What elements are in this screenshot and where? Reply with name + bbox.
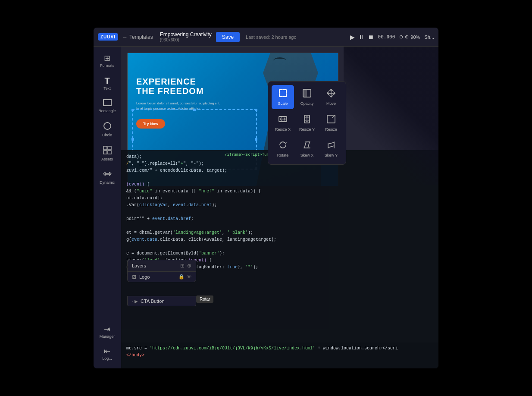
formats-label: Formats <box>100 63 114 68</box>
code-line-12: et = dhtml.getVar('landingPageTarget', '… <box>126 229 433 236</box>
svg-rect-3 <box>108 146 111 150</box>
pause-button[interactable]: ⏸ <box>358 34 364 41</box>
opacity-icon <box>302 88 312 100</box>
rectangle-icon <box>103 99 112 107</box>
sidebar-item-logout[interactable]: ⇤ Log... <box>95 344 119 364</box>
left-sidebar: ⊞ Formats T Text Rectangle Circle <box>94 47 121 368</box>
opacity-label: Opacity <box>300 101 314 106</box>
resize-x-icon <box>278 114 288 126</box>
assets-label: Assets <box>101 157 113 161</box>
rotate-icon <box>278 140 288 152</box>
layer-visibility-icon[interactable]: 👁 <box>187 274 191 280</box>
transform-move-button[interactable]: Move <box>320 85 342 109</box>
manager-label: Manager <box>100 334 115 339</box>
cta-layer-row[interactable]: - ▶ CTA Button <box>127 296 196 306</box>
layers-options-icon[interactable]: ⊕ <box>187 263 191 269</box>
sidebar-bottom: ⇥ Manager ⇤ Log... <box>95 322 119 364</box>
transform-resize-x-button[interactable]: Resize X <box>272 111 294 135</box>
rectangle-label: Rectangle <box>98 109 116 113</box>
svg-point-1 <box>104 123 111 129</box>
sidebar-item-manager[interactable]: ⇥ Manager <box>95 322 119 342</box>
bottom-code-line-body: </body> <box>126 352 433 359</box>
resize-label: Resize <box>325 127 337 132</box>
svg-rect-0 <box>103 100 111 106</box>
cta-layer-name: CTA Button <box>141 299 164 304</box>
code-line-5: (event) { <box>126 181 433 188</box>
resize-x-label: Resize X <box>275 127 291 132</box>
assets-icon <box>103 146 112 156</box>
bottom-code-area: me.src = 'https://cdn.zuuvi.com/iBjq/0J1… <box>121 343 438 368</box>
sidebar-item-dynamic[interactable]: Dynamic <box>95 167 119 188</box>
dynamic-icon <box>103 170 112 179</box>
sidebar-item-formats[interactable]: ⊞ Formats <box>95 51 119 71</box>
transform-popup: Scale Opacity Move <box>268 81 346 165</box>
sidebar-item-assets[interactable]: Assets <box>95 142 119 165</box>
layers-panel: Layers ⊞ ⊕ 🖼 Logo 🔒 👁 <box>127 260 196 282</box>
transform-opacity-button[interactable]: Opacity <box>296 85 318 109</box>
layers-add-icon[interactable]: ⊞ <box>180 263 185 269</box>
code-line-10: pdir='" + event.data.href; <box>126 216 433 223</box>
sidebar-item-circle[interactable]: Circle <box>95 118 119 141</box>
logout-label: Log... <box>102 356 112 361</box>
formats-icon: ⊞ <box>104 54 110 62</box>
circle-label: Circle <box>102 133 112 137</box>
transform-skew-x-button[interactable]: Skew X <box>296 137 318 161</box>
layers-title: Layers <box>132 263 146 268</box>
zoom-in-button[interactable]: ⊕ <box>405 34 409 40</box>
svg-rect-7 <box>303 89 307 97</box>
code-line-13: g(event.data.clickData, clickTAGvalue, l… <box>126 236 433 243</box>
layer-lock-icon[interactable]: 🔒 <box>178 274 185 280</box>
skew-x-icon <box>302 140 312 152</box>
layers-header: Layers ⊞ ⊕ <box>128 260 196 272</box>
banner-headline-line2: THE FREEDOM <box>136 86 220 96</box>
sidebar-item-rectangle[interactable]: Rectangle <box>95 96 119 116</box>
top-bar: ZUUVI ← Templates Empowering Creativity … <box>94 28 438 47</box>
banner-headline-line1: EXPERIENCE <box>136 77 220 86</box>
save-button[interactable]: Save <box>216 32 240 42</box>
transform-scale-button[interactable]: Scale <box>272 85 294 109</box>
circle-icon <box>103 122 112 132</box>
zoom-level: 90% <box>410 35 420 40</box>
sidebar-item-text[interactable]: T Text <box>95 73 119 94</box>
back-label: Templates <box>129 34 153 40</box>
dynamic-label: Dynamic <box>100 180 115 185</box>
layer-item-logo[interactable]: 🖼 Logo 🔒 👁 <box>128 272 196 282</box>
transform-resize-button[interactable]: Resize <box>320 111 342 135</box>
transform-resize-y-button[interactable]: Resize Y <box>296 111 318 135</box>
transform-skew-y-button[interactable]: Skew Y <box>320 137 342 161</box>
text-label: Text <box>103 86 111 91</box>
rotate-label: Rotate <box>277 153 289 157</box>
project-title-area: Empowering Creativity (930x600) <box>160 31 212 42</box>
logo: ZUUVI <box>98 33 118 41</box>
layers-header-icons: ⊞ ⊕ <box>180 263 191 269</box>
skew-x-label: Skew X <box>300 153 314 157</box>
text-icon: T <box>104 76 110 85</box>
code-line-7: nt.data.uuid]; <box>126 195 433 202</box>
code-line-4 <box>126 174 433 181</box>
code-line-11 <box>126 223 433 229</box>
project-name: Empowering Creativity <box>160 31 212 38</box>
code-line-6: && ("uuid" in event.data || "href" in ev… <box>126 188 433 195</box>
skew-y-icon <box>326 140 336 152</box>
code-line-8: .Var(clicktagVar, event.data.href); <box>126 202 433 209</box>
zoom-controls: ⊖ ⊕ 90% <box>399 34 420 40</box>
move-label: Move <box>326 101 336 106</box>
manager-icon: ⇥ <box>104 325 110 333</box>
play-button[interactable]: ▶ <box>350 34 355 41</box>
bottom-code-line-url: me.src = 'https://cdn.zuuvi.com/iBjq/0J1… <box>126 345 433 352</box>
canvas-area[interactable]: EXPERIENCE THE FREEDOM Lorem ipsum dolor… <box>121 47 438 368</box>
last-saved-text: Last saved: 2 hours ago <box>246 35 296 40</box>
code-line-14 <box>126 243 433 250</box>
zoom-out-button[interactable]: ⊖ <box>399 34 403 40</box>
stop-button[interactable]: ⏹ <box>368 34 374 41</box>
back-button[interactable]: ← Templates <box>122 34 153 40</box>
banner-cta-button[interactable]: Try Now <box>136 119 165 129</box>
code-panel: data); /", "_").replaceAll("+", "-"); zu… <box>121 150 438 368</box>
code-line-9 <box>126 209 433 216</box>
layer-logo-actions: 🔒 👁 <box>178 274 191 280</box>
svg-rect-2 <box>103 146 107 150</box>
transform-rotate-button[interactable]: Rotate <box>272 137 294 161</box>
banner-text-area: EXPERIENCE THE FREEDOM Lorem ipsum dolor… <box>136 77 220 129</box>
scale-label: Scale <box>278 101 288 106</box>
share-button[interactable]: Sh... <box>424 35 434 40</box>
